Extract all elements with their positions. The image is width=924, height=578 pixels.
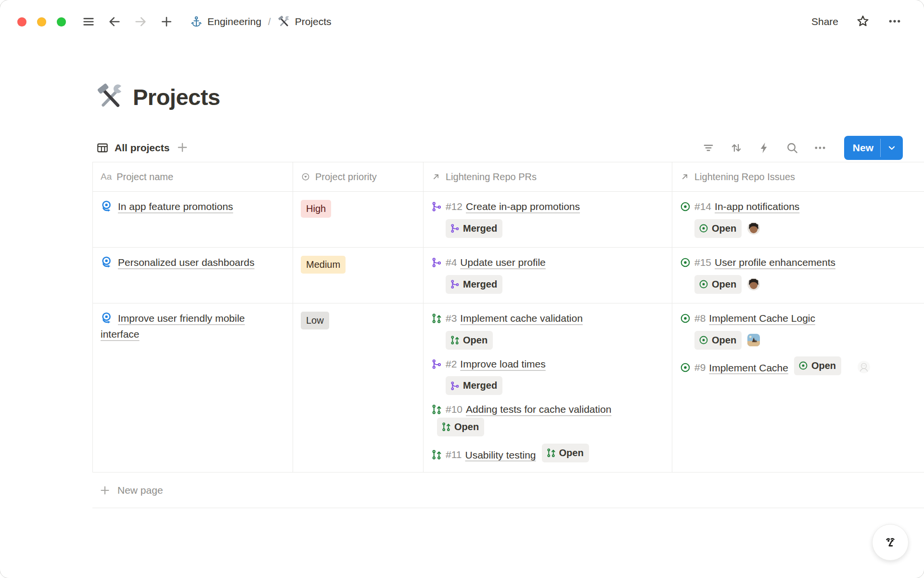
pr-link[interactable]: Create in-app promotions	[466, 201, 580, 212]
search-button[interactable]	[785, 141, 799, 155]
column-header-label: Lightening Repo PRs	[446, 171, 537, 183]
issue-open-icon	[680, 257, 691, 268]
new-button-label[interactable]: New	[844, 136, 880, 160]
assignee-avatar	[747, 222, 760, 235]
new-page-label: New page	[117, 485, 163, 496]
column-header-project-priority[interactable]: Project priority	[293, 162, 424, 191]
notion-ai-button[interactable]	[872, 524, 909, 561]
pr-number: #10	[446, 404, 462, 415]
issue-link[interactable]: In-app notifications	[715, 201, 799, 212]
breadcrumb-item-projects[interactable]: Projects	[275, 13, 334, 30]
table-row: Improve user friendly mobile interfaceLo…	[92, 303, 924, 473]
minimize-window-button[interactable]	[37, 17, 46, 26]
status-pill-open[interactable]: Open	[694, 331, 742, 350]
sort-icon	[730, 141, 743, 155]
git-pull-request-icon	[431, 404, 442, 415]
status-pill-merged[interactable]: Merged	[446, 219, 502, 238]
zoom-window-button[interactable]	[57, 17, 66, 26]
filter-icon	[702, 141, 715, 155]
window-topbar: Engineering / Projects Share	[0, 0, 924, 43]
new-tab-button[interactable]	[158, 13, 175, 30]
priority-cell[interactable]: Medium	[293, 248, 424, 303]
pr-item: #10Adding tests for cache validationOpen	[431, 402, 663, 437]
pr-item: #4Update user profileMerged	[431, 255, 663, 294]
add-view-button[interactable]	[176, 141, 189, 155]
new-button[interactable]: New	[844, 136, 903, 160]
prs-cell[interactable]: #4Update user profileMerged	[424, 248, 672, 303]
view-options-button[interactable]	[813, 141, 827, 155]
status-pill-open[interactable]: Open	[694, 275, 742, 294]
issues-cell[interactable]: #8Implement Cache LogicOpen#9Implement C…	[672, 303, 924, 472]
issue-link[interactable]: User profile enhancements	[715, 257, 835, 268]
new-page-row[interactable]: New page	[92, 473, 924, 508]
project-link[interactable]: Improve user friendly mobile interface	[101, 313, 245, 340]
more-options-button[interactable]	[887, 14, 902, 30]
column-header-label: Project name	[116, 171, 173, 183]
ai-face-icon	[881, 533, 900, 552]
project-name-cell[interactable]: Personalized user dashboards	[92, 248, 293, 303]
new-button-dropdown[interactable]	[881, 136, 903, 160]
issue-item: #15User profile enhancementsOpen	[680, 255, 915, 294]
column-header-lightening-repo-issues[interactable]: Lightening Repo Issues	[672, 162, 924, 191]
column-header-lightening-repo-prs[interactable]: Lightening Repo PRs	[424, 162, 672, 191]
search-icon	[785, 141, 799, 155]
project-name-cell[interactable]: Improve user friendly mobile interface	[92, 303, 293, 472]
priority-pill[interactable]: Low	[301, 312, 329, 329]
select-icon	[301, 172, 310, 182]
pr-link[interactable]: Implement cache validation	[460, 313, 582, 324]
pr-link[interactable]: Adding tests for cache validation	[466, 404, 611, 415]
issue-number: #14	[694, 201, 711, 212]
column-header-project-name[interactable]: AaProject name	[92, 162, 293, 191]
prs-cell[interactable]: #12Create in-app promotionsMerged	[424, 192, 672, 247]
anchor-icon	[190, 15, 203, 28]
back-button[interactable]	[106, 13, 123, 30]
status-pill-open[interactable]: Open	[694, 219, 742, 238]
prs-cell[interactable]: #3Implement cache validationOpen#2Improv…	[424, 303, 672, 472]
status-pill-merged[interactable]: Merged	[446, 376, 502, 395]
forward-button[interactable]	[132, 13, 149, 30]
issues-cell[interactable]: #14In-app notificationsOpen	[672, 192, 924, 247]
status-pill-open[interactable]: Open	[794, 356, 841, 375]
sidebar-menu-icon[interactable]	[80, 13, 97, 30]
page-title[interactable]: Projects	[133, 84, 220, 110]
project-link[interactable]: Personalized user dashboards	[118, 257, 255, 268]
view-tab-label: All projects	[115, 142, 169, 154]
pr-link[interactable]: Improve load times	[460, 358, 545, 369]
issues-cell[interactable]: #15User profile enhancementsOpen	[672, 248, 924, 303]
project-name-cell[interactable]: In app feature promotions	[92, 192, 293, 247]
issue-link[interactable]: Implement Cache Logic	[709, 313, 815, 324]
pr-number: #11	[446, 449, 462, 460]
status-pill-open[interactable]: Open	[437, 418, 484, 436]
issue-link[interactable]: Implement Cache	[709, 362, 788, 373]
lightning-icon	[757, 141, 771, 155]
close-window-button[interactable]	[17, 17, 26, 26]
priority-pill[interactable]: High	[301, 200, 331, 218]
filter-button[interactable]	[702, 141, 715, 155]
favorite-button[interactable]	[856, 14, 870, 30]
menu-icon	[82, 15, 95, 28]
pr-number: #2	[446, 358, 457, 369]
assignee-avatar	[747, 334, 760, 346]
priority-pill[interactable]: Medium	[301, 256, 346, 274]
assignee-avatar	[858, 361, 870, 373]
plus-icon	[160, 15, 173, 28]
back-arrow-icon	[108, 15, 121, 28]
project-link[interactable]: In app feature promotions	[118, 201, 233, 212]
share-button[interactable]: Share	[811, 16, 838, 27]
table-row: Personalized user dashboardsMedium#4Upda…	[92, 248, 924, 303]
automations-button[interactable]	[757, 141, 771, 155]
breadcrumb-item-engineering[interactable]: Engineering	[187, 13, 264, 30]
status-pill-open[interactable]: Open	[446, 331, 493, 350]
pr-number: #12	[446, 201, 462, 212]
pr-link[interactable]: Usability testing	[465, 449, 536, 460]
priority-cell[interactable]: Low	[293, 303, 424, 472]
view-tab-all-projects[interactable]: All projects	[96, 142, 169, 154]
issue-item: #9Implement CacheOpen	[680, 356, 915, 376]
breadcrumb: Engineering / Projects	[187, 13, 334, 30]
pr-link[interactable]: Update user profile	[460, 257, 545, 268]
status-pill-merged[interactable]: Merged	[446, 275, 502, 294]
sort-button[interactable]	[730, 141, 743, 155]
status-pill-open[interactable]: Open	[542, 444, 589, 462]
priority-cell[interactable]: High	[293, 192, 424, 247]
page-icon-hammer-wrench[interactable]	[96, 83, 124, 111]
